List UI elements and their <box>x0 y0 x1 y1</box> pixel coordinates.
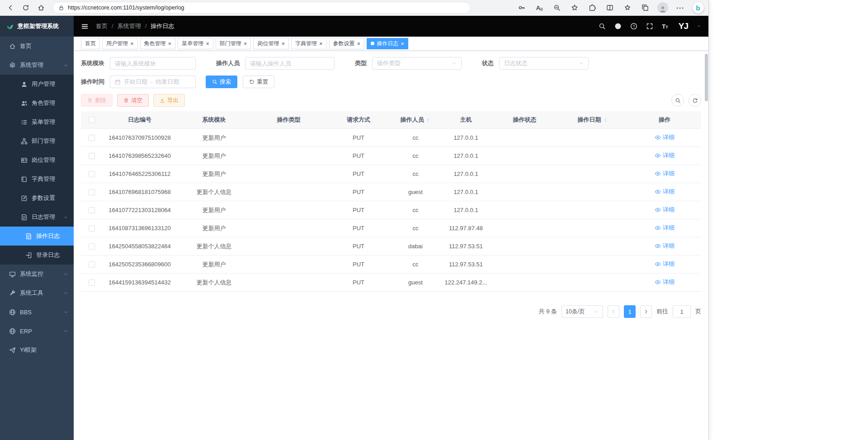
sidebar-item[interactable]: 登录日志 <box>0 246 74 265</box>
scrollbar-thumb[interactable] <box>705 54 708 101</box>
detail-link[interactable]: 详细 <box>655 224 675 232</box>
row-checkbox[interactable] <box>89 171 95 177</box>
read-aloud-icon[interactable]: A)) <box>533 1 546 14</box>
tab[interactable]: 字典管理 × <box>291 38 327 49</box>
detail-link[interactable]: 详细 <box>655 133 675 142</box>
font-size-icon[interactable]: TT <box>662 24 668 29</box>
page-size-select[interactable]: 10条/页 <box>561 305 603 318</box>
operator-input[interactable] <box>245 57 335 70</box>
search-button[interactable]: 搜索 <box>206 76 237 88</box>
close-icon[interactable]: × <box>319 41 323 47</box>
toggle-search-button[interactable] <box>671 94 684 107</box>
sidebar-item[interactable]: 日志管理 <box>0 208 74 227</box>
type-select[interactable]: 操作类型 <box>372 57 462 70</box>
prev-page-button[interactable] <box>608 305 619 318</box>
detail-link[interactable]: 详细 <box>655 188 675 196</box>
delete-button[interactable]: 删除 <box>81 94 113 107</box>
row-checkbox[interactable] <box>89 207 95 213</box>
sidebar-item[interactable]: BBS <box>0 303 74 322</box>
tab[interactable]: 操作日志 × <box>367 38 408 49</box>
status-select[interactable]: 日志状态 <box>499 57 589 70</box>
chevron-down-icon[interactable] <box>697 24 701 28</box>
sidebar-item[interactable]: 系统管理 <box>0 56 74 75</box>
breadcrumb-item[interactable]: 操作日志 <box>141 22 175 30</box>
clear-button[interactable]: 清空 <box>117 94 149 107</box>
row-checkbox[interactable] <box>89 279 95 286</box>
address-bar[interactable]: https://ccnetcore.com:1101/system/log/op… <box>52 2 471 14</box>
close-icon[interactable]: × <box>357 41 361 47</box>
column-header[interactable]: 主机 <box>440 111 492 128</box>
sidebar-item[interactable]: 操作日志 <box>0 227 74 246</box>
tab[interactable]: 菜单管理 × <box>178 38 213 49</box>
sidebar-item[interactable]: Yi框架 <box>0 341 74 360</box>
row-checkbox[interactable] <box>89 243 95 250</box>
sidebar-item[interactable]: 系统监控 <box>0 265 74 284</box>
sidebar-item[interactable]: 岗位管理 <box>0 151 74 170</box>
sort-caret-icon[interactable] <box>603 117 608 123</box>
next-page-button[interactable] <box>640 305 652 318</box>
column-header[interactable]: 日志编号 <box>103 111 177 128</box>
page-number-button[interactable]: 1 <box>624 305 636 318</box>
tab[interactable]: 参数设置 × <box>329 38 365 49</box>
bing-sidebar-icon[interactable]: b <box>691 1 705 14</box>
column-header[interactable]: 操作状态 <box>492 111 557 128</box>
detail-link[interactable]: 详细 <box>655 260 675 268</box>
tab[interactable]: 部门管理 × <box>216 38 251 49</box>
detail-link[interactable]: 详细 <box>655 151 675 160</box>
breadcrumb-item[interactable]: 首页 <box>96 22 108 30</box>
close-icon[interactable]: × <box>168 41 172 47</box>
row-checkbox[interactable] <box>89 189 95 195</box>
row-checkbox[interactable] <box>89 135 95 141</box>
column-header[interactable]: 请求方式 <box>326 111 391 128</box>
detail-link[interactable]: 详细 <box>655 206 675 214</box>
detail-link[interactable]: 详细 <box>655 170 675 178</box>
hamburger-icon[interactable] <box>81 23 89 30</box>
favorites-icon[interactable] <box>621 1 634 14</box>
column-header[interactable]: 操作 <box>628 111 701 128</box>
sidebar-item[interactable]: 首页 <box>0 37 74 56</box>
column-header[interactable]: 系统模块 <box>177 111 251 128</box>
sidebar-item[interactable]: 系统工具 <box>0 284 74 303</box>
sidebar-item[interactable]: ERP <box>0 322 74 341</box>
row-checkbox[interactable] <box>89 261 95 268</box>
tab[interactable]: 首页 <box>81 38 100 49</box>
date-range-picker[interactable]: 开始日期 - 结束日期 <box>110 76 196 88</box>
favorite-add-icon[interactable] <box>568 1 581 14</box>
tab[interactable]: 用户管理 × <box>102 38 138 49</box>
close-icon[interactable]: × <box>206 41 209 47</box>
magnifier-icon[interactable] <box>599 23 606 30</box>
home-icon[interactable] <box>34 1 48 14</box>
close-icon[interactable]: × <box>401 41 404 47</box>
refresh-icon[interactable] <box>19 1 33 14</box>
refresh-table-button[interactable] <box>689 94 701 107</box>
sidebar-item[interactable]: 菜单管理 <box>0 113 74 132</box>
module-input[interactable] <box>110 57 196 70</box>
close-icon[interactable]: × <box>281 41 285 47</box>
key-icon[interactable] <box>515 1 528 14</box>
fullscreen-icon[interactable] <box>646 23 653 30</box>
sidebar-item[interactable]: 字典管理 <box>0 170 74 189</box>
column-header[interactable]: 操作人员 <box>391 111 440 128</box>
detail-link[interactable]: 详细 <box>655 278 675 286</box>
user-logo[interactable]: YJ <box>679 21 688 31</box>
row-checkbox[interactable] <box>89 153 95 159</box>
zoom-out-icon[interactable] <box>550 1 564 14</box>
reset-button[interactable]: 重置 <box>243 76 274 88</box>
detail-link[interactable]: 详细 <box>655 242 675 250</box>
question-icon[interactable]: ? <box>630 23 637 30</box>
scrollbar[interactable] <box>705 32 708 440</box>
sort-caret-icon[interactable] <box>426 117 431 123</box>
sidebar-item[interactable]: 参数设置 <box>0 189 74 208</box>
column-header[interactable]: 操作类型 <box>251 111 326 128</box>
select-all-checkbox[interactable] <box>89 117 95 123</box>
sidebar-item[interactable]: 用户管理 <box>0 75 74 94</box>
split-screen-icon[interactable] <box>603 1 617 14</box>
close-icon[interactable]: × <box>130 41 134 47</box>
sidebar-item[interactable]: 部门管理 <box>0 132 74 151</box>
sidebar-item[interactable]: 角色管理 <box>0 94 74 113</box>
close-icon[interactable]: × <box>244 41 247 47</box>
back-icon[interactable] <box>4 1 17 14</box>
github-icon[interactable] <box>614 23 622 30</box>
breadcrumb-item[interactable]: 系统管理 <box>108 22 141 30</box>
export-button[interactable]: 导出 <box>153 94 185 107</box>
